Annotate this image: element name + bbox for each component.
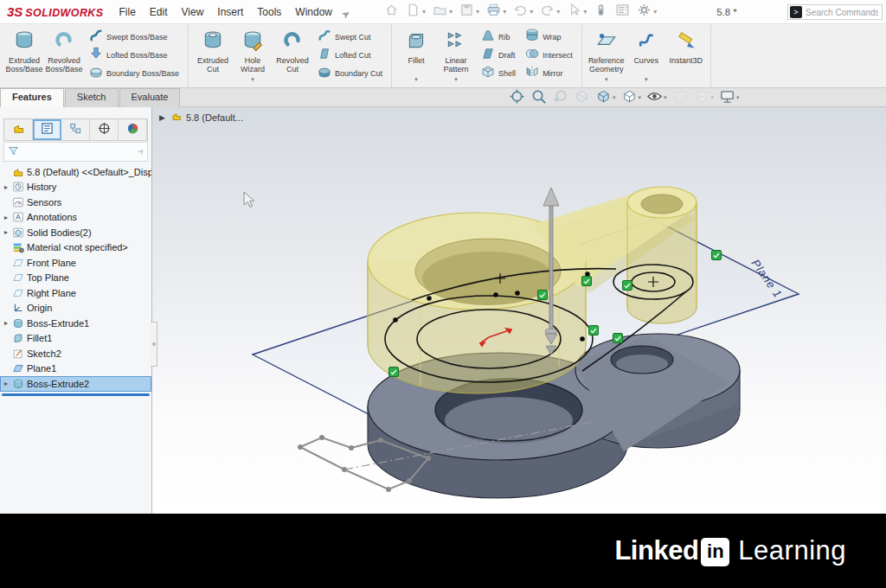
tree-item-solid-bodies-2[interactable]: ▸ Solid Bodies(2)	[0, 225, 151, 240]
dropdown-caret-icon[interactable]: ▾	[476, 8, 479, 16]
wrap-button[interactable]: Wrap	[522, 29, 575, 46]
manager-tab-dimxpertmanager[interactable]	[90, 119, 119, 140]
tree-item-top-plane[interactable]: Top Plane	[0, 271, 151, 286]
menu-tools[interactable]: Tools	[250, 3, 288, 22]
menu-view[interactable]: View	[175, 3, 211, 22]
extruded-boss-button[interactable]: Extruded Boss/Base	[4, 27, 44, 84]
tree-item-annotations[interactable]: ▸ Annotations	[0, 210, 151, 226]
lofted-cut-button[interactable]: Lofted Cut	[314, 47, 385, 64]
dropdown-caret-icon[interactable]: ▾	[454, 76, 458, 83]
dropdown-caret-icon[interactable]: ▾	[251, 76, 254, 83]
expand-arrow-icon[interactable]: ▸	[4, 380, 12, 387]
tree-item-sensors[interactable]: Sensors	[0, 195, 151, 210]
graphics-viewport[interactable]: ▶ 5.8 (Default...	[152, 107, 886, 514]
flyout-expand-icon[interactable]: ▶	[159, 113, 165, 122]
dropdown-caret-icon[interactable]: ▾	[639, 94, 642, 101]
dropdown-caret-icon[interactable]: ▾	[530, 8, 533, 16]
tree-item-5-8-default-default-display[interactable]: 5.8 (Default) <<Default>_Display	[0, 164, 151, 180]
open-button[interactable]: ▾	[429, 1, 456, 22]
new-document-button[interactable]: ▾	[402, 1, 429, 22]
dropdown-caret-icon[interactable]: ▾	[422, 8, 426, 16]
tree-item-fillet1[interactable]: Fillet1	[0, 331, 151, 347]
dropdown-caret-icon[interactable]: ▾	[414, 76, 418, 83]
revolved-boss-button[interactable]: Revolved Boss/Base	[44, 27, 84, 84]
view-orientation-button[interactable]: ▾	[593, 88, 619, 108]
select-button[interactable]: ▾	[563, 1, 590, 22]
zoom-to-fit-button[interactable]	[506, 88, 528, 108]
panel-splitter-handle[interactable]	[151, 322, 157, 367]
home-button[interactable]	[381, 1, 402, 22]
search-input[interactable]	[806, 8, 878, 17]
tree-item-right-plane[interactable]: Right Plane	[0, 285, 151, 301]
save-button[interactable]: ▾	[456, 1, 483, 22]
dropdown-caret-icon[interactable]: ▾	[645, 76, 648, 83]
3d-scene[interactable]: Plane 1	[152, 107, 886, 514]
dropdown-caret-icon[interactable]: ▾	[653, 8, 657, 16]
manager-tab-configurationmanager[interactable]	[61, 119, 90, 140]
expand-arrow-icon[interactable]: ▸	[4, 319, 12, 327]
instant3d-button[interactable]: Instant3D	[666, 27, 706, 84]
menu-insert[interactable]: Insert	[210, 3, 250, 22]
curves-button[interactable]: Curves▾	[626, 27, 666, 84]
rib-button[interactable]: Rib	[478, 29, 518, 46]
linear-pattern-button[interactable]: Linear Pattern▾	[436, 27, 476, 84]
manager-tab-displaymanager[interactable]	[119, 119, 147, 140]
shell-button[interactable]: Shell	[478, 65, 518, 82]
tree-item-front-plane[interactable]: Front Plane	[0, 255, 151, 271]
tab-evaluate[interactable]: Evaluate	[119, 88, 181, 107]
dropdown-caret-icon[interactable]: ▾	[605, 76, 608, 83]
dropdown-caret-icon[interactable]: ▾	[736, 94, 740, 101]
expand-arrow-icon[interactable]: ▸	[4, 228, 12, 236]
revolved-cut-button[interactable]: Revolved Cut	[273, 27, 312, 84]
manager-tab-featuremanager[interactable]	[4, 119, 33, 140]
tree-item-sketch2[interactable]: Sketch2	[0, 346, 151, 361]
menu-edit[interactable]: Edit	[143, 3, 175, 22]
menu-file[interactable]: File	[112, 3, 142, 22]
settings-button[interactable]: ▾	[633, 1, 660, 22]
intersect-button[interactable]: Intersect	[522, 47, 575, 64]
extruded-cut-button[interactable]: Extruded Cut	[193, 27, 233, 84]
reference-geometry-button[interactable]: Reference Geometry▾	[587, 27, 626, 84]
flyout-feature-tree[interactable]: ▶ 5.8 (Default...	[159, 110, 243, 125]
tree-item-boss-extrude2[interactable]: ▸ Boss-Extrude2	[0, 376, 151, 392]
mirror-button[interactable]: Mirror	[522, 65, 575, 82]
menu-window[interactable]: Window	[288, 3, 339, 22]
dropdown-caret-icon[interactable]: ▾	[613, 94, 616, 101]
view-settings-button[interactable]: ▾	[716, 88, 742, 108]
hole-wizard-button[interactable]: Hole Wizard▾	[233, 27, 273, 84]
search-commands-box[interactable]: >	[787, 4, 883, 20]
tree-item-origin[interactable]: Origin	[0, 301, 151, 316]
boundary-boss-button[interactable]: Boundary Boss/Base	[86, 65, 182, 82]
dropdown-caret-icon[interactable]: ▾	[449, 8, 453, 16]
display-style-button[interactable]: ▾	[619, 88, 645, 108]
filter-expand-icon[interactable]: >	[136, 147, 146, 157]
pin-icon[interactable]: ➤	[337, 1, 360, 22]
dropdown-caret-icon[interactable]: ▾	[556, 8, 560, 16]
redo-button[interactable]: ▾	[536, 1, 563, 22]
dropdown-caret-icon[interactable]: ▾	[664, 94, 667, 101]
manager-tab-propertymanager[interactable]	[33, 119, 61, 140]
expand-arrow-icon[interactable]: ▸	[4, 214, 12, 221]
swept-boss-button[interactable]: Swept Boss/Base	[86, 29, 182, 46]
options-list-button[interactable]	[612, 1, 633, 22]
tree-item-history[interactable]: ▸ History	[0, 180, 151, 195]
lofted-boss-button[interactable]: Lofted Boss/Base	[86, 47, 182, 64]
expand-arrow-icon[interactable]: ▸	[4, 183, 12, 191]
fillet-button[interactable]: Fillet▾	[396, 27, 436, 84]
tree-item-boss-extrude1[interactable]: ▸ Boss-Extrude1	[0, 316, 151, 331]
dropdown-caret-icon[interactable]: ▾	[583, 8, 587, 16]
tab-sketch[interactable]: Sketch	[65, 88, 119, 107]
toggle-button[interactable]	[590, 1, 612, 22]
tree-item-plane1[interactable]: Plane1	[0, 361, 151, 377]
rollback-bar[interactable]	[2, 393, 150, 396]
zoom-to-area-button[interactable]	[528, 88, 549, 108]
dropdown-caret-icon[interactable]: ▾	[711, 94, 715, 101]
tree-filter-bar[interactable]: >	[3, 142, 148, 162]
swept-cut-button[interactable]: Swept Cut	[314, 29, 385, 46]
hide-show-items-button[interactable]: ▾	[644, 88, 670, 108]
undo-button[interactable]: ▾	[510, 1, 536, 22]
print-button[interactable]: ▾	[483, 1, 510, 22]
dropdown-caret-icon[interactable]: ▾	[503, 8, 506, 16]
draft-button[interactable]: Draft	[478, 47, 518, 64]
boundary-cut-button[interactable]: Boundary Cut	[314, 65, 385, 82]
